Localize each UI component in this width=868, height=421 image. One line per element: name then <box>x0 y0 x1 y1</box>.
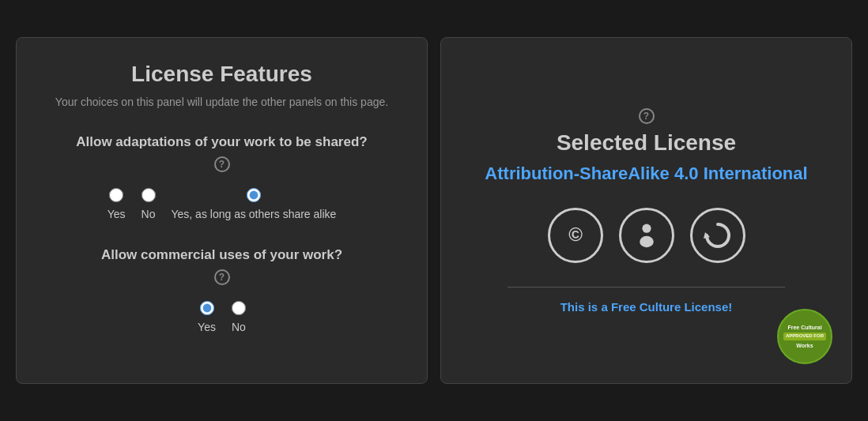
cc-circle-icon: © <box>548 208 603 263</box>
question1-label-share-alike: Yes, as long as others share alike <box>172 207 337 223</box>
question2-label-no: No <box>232 320 246 336</box>
by-svg <box>631 220 662 251</box>
svg-text:©: © <box>568 224 583 245</box>
question2-radio-yes[interactable] <box>200 301 214 315</box>
question1-label-no: No <box>142 207 156 223</box>
left-panel-subtitle: Your choices on this panel will update t… <box>55 95 388 111</box>
cc-svg: © <box>560 220 591 251</box>
question1-help-icon[interactable]: ? <box>214 156 230 172</box>
question2-label-yes: Yes <box>198 320 216 336</box>
right-panel-title: Selected License <box>557 130 736 156</box>
question1-label: Allow adaptations of your work to be sha… <box>76 133 367 152</box>
question2-help-icon[interactable]: ? <box>214 269 230 285</box>
question1-radio-share-alike[interactable] <box>247 188 261 202</box>
license-name: Attribution-ShareAlike 4.0 International <box>485 164 807 184</box>
question1-option-share-alike: Yes, as long as others share alike <box>172 188 337 223</box>
question1-radio-group: Yes No Yes, as long as others share alik… <box>48 188 395 223</box>
question2-container: Allow commercial uses of your work? ? <box>48 246 395 301</box>
separator <box>508 287 785 288</box>
sa-circle-icon <box>690 208 745 263</box>
badge-line2: APPROVED FOR <box>783 333 826 340</box>
right-panel-help-icon[interactable]: ? <box>639 108 655 124</box>
license-features-panel: License Features Your choices on this pa… <box>16 37 428 383</box>
svg-point-2 <box>640 235 654 246</box>
svg-marker-3 <box>704 232 710 239</box>
badge-line1: Free Cultural <box>787 324 821 331</box>
sa-svg <box>702 220 734 251</box>
main-container: License Features Your choices on this pa… <box>16 37 852 383</box>
question1-label-yes: Yes <box>108 207 126 223</box>
badge-line3: Works <box>796 342 813 349</box>
question1-radio-yes[interactable] <box>109 188 123 202</box>
svg-point-1 <box>642 224 651 232</box>
by-circle-icon <box>619 208 674 263</box>
left-panel-title: License Features <box>131 62 312 87</box>
question2-radio-group: Yes No <box>48 301 395 336</box>
question1-container: Allow adaptations of your work to be sha… <box>48 133 395 188</box>
question1-option-yes: Yes <box>108 188 126 223</box>
question2-option-yes: Yes <box>198 301 216 336</box>
approved-badge: Free Cultural APPROVED FOR Works <box>777 309 832 364</box>
question1-option-no: No <box>142 188 156 223</box>
cc-icons-row: © <box>548 208 745 263</box>
question1-radio-no[interactable] <box>142 188 156 202</box>
badge-circle: Free Cultural APPROVED FOR Works <box>777 309 832 364</box>
free-culture-label: This is a Free Culture License! <box>560 300 733 314</box>
question2-option-no: No <box>232 301 246 336</box>
question2-radio-no[interactable] <box>232 301 246 315</box>
selected-license-panel: ? Selected License Attribution-ShareAlik… <box>440 37 852 383</box>
question2-label: Allow commercial uses of your work? <box>101 246 342 265</box>
